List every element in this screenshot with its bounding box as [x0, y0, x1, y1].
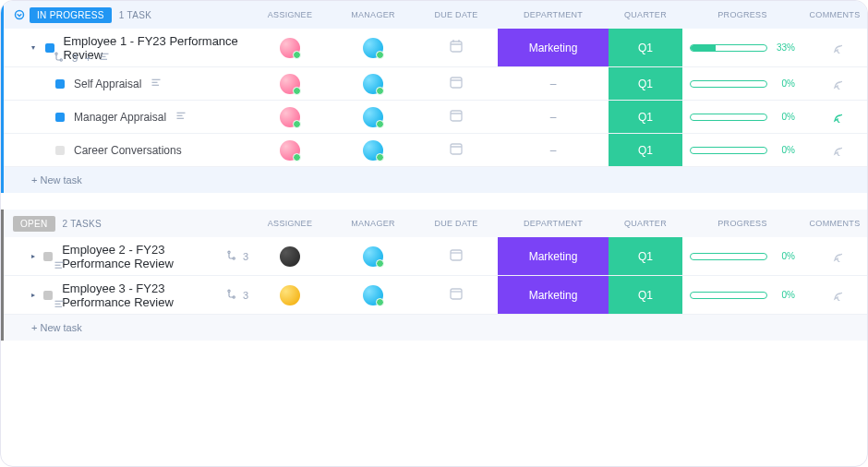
assignee-avatar[interactable] — [280, 140, 300, 161]
progress-bar[interactable]: 0% — [682, 145, 802, 155]
assignee-avatar[interactable] — [280, 74, 300, 94]
description-icon[interactable] — [54, 299, 65, 312]
group-header: IN PROGRESS 1 TASK ASSIGNEE MANAGER DUE … — [4, 1, 867, 29]
col-comments[interactable]: COMMENTS — [802, 10, 867, 19]
assignee-avatar[interactable] — [280, 246, 300, 267]
status-square[interactable] — [55, 113, 65, 122]
calendar-icon[interactable] — [449, 247, 464, 265]
progress-bar[interactable]: 33% — [682, 42, 802, 53]
chevron-right-icon[interactable]: ▸ — [31, 291, 38, 299]
assignee-avatar[interactable] — [280, 38, 300, 58]
add-subtask[interactable]: + — [85, 53, 90, 64]
status-pill-in-progress[interactable]: IN PROGRESS — [30, 7, 112, 23]
calendar-icon[interactable] — [449, 108, 464, 126]
comment-icon[interactable] — [827, 141, 842, 159]
task-row[interactable]: ▸ Employee 3 - FY23 Performance Review 3… — [4, 276, 867, 315]
col-assignee[interactable]: ASSIGNEE — [248, 219, 332, 228]
department-cell[interactable]: – — [498, 67, 609, 100]
quarter-cell[interactable]: Q1 — [609, 237, 682, 275]
status-pill-open[interactable]: OPEN — [13, 216, 55, 232]
status-square[interactable] — [43, 291, 53, 300]
task-row[interactable]: Self Appraisal – Q1 0% — [4, 67, 867, 101]
comment-icon[interactable] — [827, 75, 842, 92]
task-row[interactable]: Manager Appraisal – Q1 0% — [4, 101, 867, 134]
manager-avatar[interactable] — [363, 38, 383, 58]
task-meta — [54, 260, 65, 273]
description-icon[interactable] — [175, 111, 187, 124]
col-progress[interactable]: PROGRESS — [682, 10, 802, 19]
assignee-avatar[interactable] — [280, 107, 300, 127]
new-task-button[interactable]: + New task — [4, 315, 867, 341]
description-icon[interactable] — [99, 52, 110, 65]
progress-bar[interactable]: 0% — [682, 290, 802, 300]
quarter-cell[interactable]: Q1 — [609, 29, 682, 66]
status-square[interactable] — [55, 79, 65, 89]
assignee-avatar[interactable] — [280, 285, 300, 305]
task-name[interactable]: Employee 3 - FY23 Performance Review — [62, 281, 217, 309]
col-due-date[interactable]: DUE DATE — [415, 219, 498, 228]
task-name[interactable]: Self Appraisal — [74, 78, 141, 90]
calendar-icon[interactable] — [449, 75, 464, 92]
chevron-right-icon[interactable]: ▸ — [31, 252, 38, 260]
status-square[interactable] — [45, 43, 54, 53]
col-progress[interactable]: PROGRESS — [682, 219, 802, 228]
comment-icon[interactable] — [827, 247, 842, 265]
task-name[interactable]: Employee 2 - FY23 Performance Review — [62, 243, 217, 270]
col-department[interactable]: DEPARTMENT — [498, 219, 609, 228]
new-task-button[interactable]: + New task — [4, 167, 867, 193]
comment-icon[interactable] — [827, 286, 842, 304]
col-due-date[interactable]: DUE DATE — [415, 10, 498, 19]
task-row[interactable]: Career Conversations – Q1 0% — [4, 134, 867, 167]
col-department[interactable]: DEPARTMENT — [498, 10, 609, 19]
quarter-cell[interactable]: Q1 — [609, 101, 682, 133]
chevron-down-icon[interactable] — [13, 8, 26, 21]
quarter-cell[interactable]: Q1 — [609, 67, 682, 100]
description-icon[interactable] — [151, 78, 162, 90]
svg-rect-12 — [451, 289, 462, 299]
manager-avatar[interactable] — [363, 74, 383, 94]
department-cell[interactable]: – — [498, 101, 609, 133]
task-name[interactable]: Career Conversations — [74, 144, 182, 157]
svg-point-8 — [233, 257, 235, 258]
col-assignee[interactable]: ASSIGNEE — [248, 10, 332, 19]
department-cell[interactable]: Marketing — [498, 237, 609, 275]
svg-rect-6 — [451, 144, 462, 154]
col-manager[interactable]: MANAGER — [332, 219, 415, 228]
quarter-cell[interactable]: Q1 — [609, 134, 682, 166]
col-comments[interactable]: COMMENTS — [802, 219, 867, 228]
col-manager[interactable]: MANAGER — [332, 10, 415, 19]
task-meta — [54, 299, 65, 312]
progress-bar[interactable]: 0% — [682, 112, 802, 122]
task-row[interactable]: ▸ Employee 2 - FY23 Performance Review 3… — [4, 237, 867, 276]
comment-icon[interactable] — [827, 39, 842, 56]
comment-icon[interactable] — [827, 108, 842, 126]
department-cell[interactable]: Marketing — [498, 276, 609, 314]
svg-point-1 — [55, 53, 57, 54]
status-square[interactable] — [55, 146, 65, 155]
manager-avatar[interactable] — [363, 246, 383, 267]
svg-point-10 — [228, 290, 230, 292]
manager-avatar[interactable] — [363, 285, 383, 305]
svg-point-0 — [16, 11, 24, 19]
progress-bar[interactable]: 0% — [682, 78, 802, 89]
task-name[interactable]: Manager Appraisal — [74, 111, 166, 124]
svg-point-2 — [60, 59, 62, 61]
col-quarter[interactable]: QUARTER — [609, 10, 682, 19]
quarter-cell[interactable]: Q1 — [609, 276, 682, 314]
calendar-icon[interactable] — [449, 141, 464, 159]
department-cell[interactable]: – — [498, 134, 609, 166]
description-icon[interactable] — [54, 260, 65, 273]
task-row[interactable]: ▾ Employee 1 - FY23 Performance Review 3… — [4, 29, 867, 67]
manager-avatar[interactable] — [363, 140, 383, 161]
col-quarter[interactable]: QUARTER — [609, 219, 682, 228]
chevron-down-icon[interactable]: ▾ — [31, 43, 40, 52]
calendar-icon[interactable] — [449, 39, 464, 56]
group-in-progress: IN PROGRESS 1 TASK ASSIGNEE MANAGER DUE … — [1, 1, 867, 193]
progress-bar[interactable]: 0% — [682, 251, 802, 261]
svg-rect-9 — [451, 250, 462, 260]
status-square[interactable] — [43, 252, 53, 261]
calendar-icon[interactable] — [449, 286, 464, 304]
manager-avatar[interactable] — [363, 107, 383, 127]
subtask-count: 3 — [72, 53, 78, 64]
department-cell[interactable]: Marketing — [498, 29, 609, 66]
